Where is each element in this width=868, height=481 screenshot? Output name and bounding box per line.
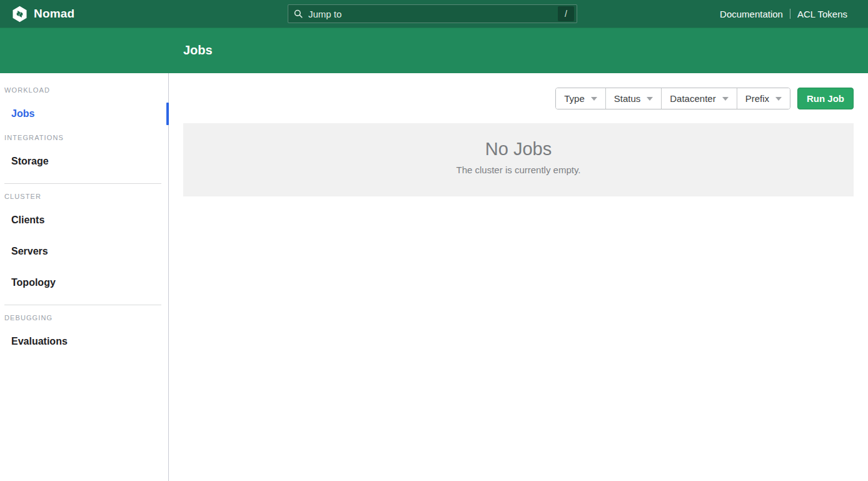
chevron-down-icon [591, 97, 597, 101]
jobs-toolbar: Type Status Datacenter Prefix Run Job [183, 88, 854, 109]
sidebar-divider [4, 305, 161, 305]
search-icon [294, 9, 303, 18]
main-content: Type Status Datacenter Prefix Run Job [169, 73, 868, 481]
nomad-logo-icon [11, 6, 28, 23]
slash-shortcut-key: / [558, 6, 574, 21]
chevron-down-icon [775, 97, 782, 101]
filter-status-dropdown[interactable]: Status [605, 88, 662, 109]
empty-state-message: The cluster is currently empty. [183, 165, 854, 175]
run-job-button[interactable]: Run Job [797, 88, 854, 109]
chevron-down-icon [722, 97, 729, 101]
sidebar-section-workload-label: WORKLOAD [4, 86, 164, 94]
brand-name: Nomad [34, 7, 74, 21]
chevron-down-icon [647, 97, 653, 101]
filter-datacenter-label: Datacenter [670, 93, 715, 104]
filter-type-dropdown[interactable]: Type [556, 88, 605, 109]
filter-type-label: Type [564, 93, 585, 104]
sidebar-section-cluster: CLUSTER Clients Servers Topology [0, 193, 168, 294]
filter-status-label: Status [614, 93, 641, 104]
sidebar-section-workload: WORKLOAD Jobs [0, 86, 168, 125]
filter-group: Type Status Datacenter Prefix [555, 88, 790, 109]
documentation-link[interactable]: Documentation [720, 9, 783, 19]
sidebar-item-storage[interactable]: Storage [0, 150, 168, 173]
sidebar-section-debugging: DEBUGGING Evaluations [0, 314, 168, 353]
sidebar-item-servers[interactable]: Servers [0, 240, 168, 263]
sidebar-section-debugging-label: DEBUGGING [4, 314, 164, 322]
filter-prefix-dropdown[interactable]: Prefix [737, 88, 790, 109]
sidebar-section-integrations: INTEGRATIONS Storage [0, 134, 168, 173]
page-title: Jobs [183, 43, 213, 58]
filter-datacenter-dropdown[interactable]: Datacenter [661, 88, 736, 109]
sidebar-item-jobs[interactable]: Jobs [0, 103, 168, 125]
navbar-links: Documentation ACL Tokens [720, 9, 847, 19]
nav-links-divider [790, 9, 790, 19]
search-input[interactable] [307, 8, 558, 20]
empty-state-title: No Jobs [183, 139, 854, 159]
sidebar-section-integrations-label: INTEGRATIONS [4, 134, 164, 141]
sidebar-divider [4, 183, 161, 184]
sidebar: WORKLOAD Jobs INTEGRATIONS Storage CLUST… [0, 73, 169, 481]
jump-to-search[interactable]: / [288, 4, 577, 23]
empty-state: No Jobs The cluster is currently empty. [183, 123, 854, 196]
nomad-brand[interactable]: Nomad [11, 6, 74, 23]
sidebar-item-evaluations[interactable]: Evaluations [0, 330, 168, 353]
filter-prefix-label: Prefix [745, 93, 769, 104]
top-navbar: Nomad / Documentation ACL Tokens [0, 0, 868, 28]
page-header: Jobs [0, 28, 868, 73]
acl-tokens-link[interactable]: ACL Tokens [797, 9, 847, 19]
sidebar-item-clients[interactable]: Clients [0, 209, 168, 231]
sidebar-section-cluster-label: CLUSTER [4, 193, 164, 200]
sidebar-item-topology[interactable]: Topology [0, 271, 168, 294]
